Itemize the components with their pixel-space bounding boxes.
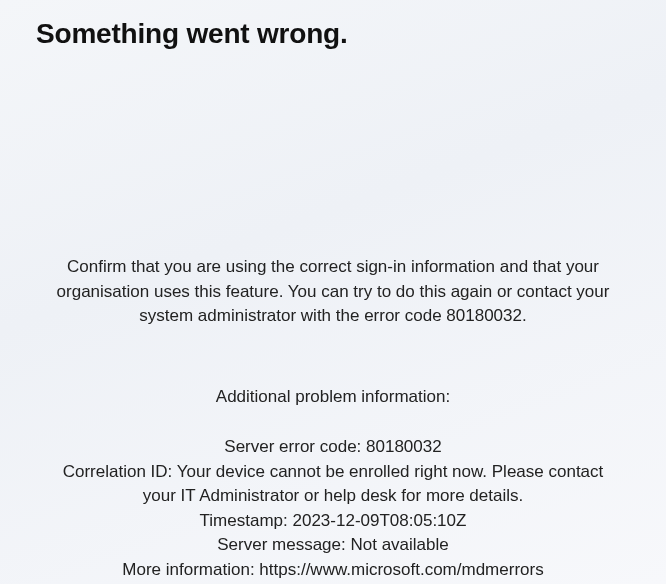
more-information-label: More information:	[122, 560, 254, 579]
more-information-line: More information: https://www.microsoft.…	[44, 558, 622, 583]
correlation-id-line: Correlation ID: Your device cannot be en…	[44, 460, 622, 509]
server-error-code-line: Server error code: 80180032	[44, 435, 622, 460]
timestamp-label: Timestamp:	[200, 511, 288, 530]
timestamp-line: Timestamp: 2023-12-09T08:05:10Z	[44, 509, 622, 534]
server-error-code-label: Server error code:	[224, 437, 361, 456]
additional-info-heading: Additional problem information:	[36, 387, 630, 407]
server-error-code-value: 80180032	[366, 437, 442, 456]
server-message-value: Not available	[350, 535, 448, 554]
correlation-id-value: Your device cannot be enrolled right now…	[143, 462, 604, 506]
server-message-label: Server message:	[217, 535, 346, 554]
correlation-id-label: Correlation ID:	[63, 462, 173, 481]
server-message-line: Server message: Not available	[44, 533, 622, 558]
error-details: Server error code: 80180032 Correlation …	[36, 435, 630, 583]
error-dialog: Something went wrong. Confirm that you a…	[0, 0, 666, 583]
error-message: Confirm that you are using the correct s…	[36, 255, 630, 329]
error-title: Something went wrong.	[36, 18, 630, 50]
more-information-value: https://www.microsoft.com/mdmerrors	[259, 560, 543, 579]
timestamp-value: 2023-12-09T08:05:10Z	[293, 511, 467, 530]
